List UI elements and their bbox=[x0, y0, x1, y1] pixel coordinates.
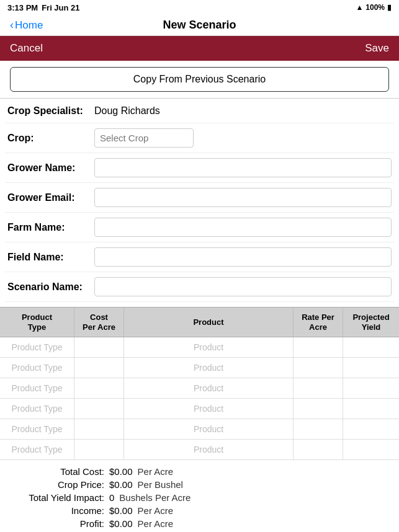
grower-name-row: Grower Name: bbox=[5, 153, 394, 183]
grower-name-label: Grower Name: bbox=[7, 162, 94, 174]
farm-name-input[interactable] bbox=[94, 218, 392, 237]
th-cost-per-acre: CostPer Acre bbox=[74, 308, 124, 337]
wifi-icon: ▲ bbox=[356, 3, 363, 12]
td-yield[interactable] bbox=[343, 358, 399, 378]
td-yield[interactable] bbox=[343, 440, 399, 459]
td-cost[interactable] bbox=[74, 399, 124, 419]
income-unit: Per Acre bbox=[138, 505, 174, 516]
td-rate[interactable] bbox=[294, 440, 343, 459]
back-chevron-icon: ‹ bbox=[10, 19, 14, 32]
total-cost-row: Total Cost: $0.00 Per Acre bbox=[10, 466, 389, 477]
total-yield-unit: Bushels Per Acre bbox=[119, 492, 191, 503]
profit-row: Profit: $0.00 Per Acre bbox=[10, 518, 389, 529]
crop-price-value: $0.00 bbox=[109, 479, 133, 490]
total-yield-value: 0 bbox=[109, 492, 114, 503]
grower-email-label: Grower Email: bbox=[7, 192, 94, 203]
td-rate[interactable] bbox=[294, 337, 343, 357]
th-projected-yield: ProjectedYield bbox=[343, 308, 399, 337]
td-product[interactable]: Product bbox=[124, 440, 294, 459]
td-yield[interactable] bbox=[343, 419, 399, 439]
td-product[interactable]: Product bbox=[124, 358, 294, 378]
grower-name-input[interactable] bbox=[94, 158, 392, 177]
td-product[interactable]: Product bbox=[124, 419, 294, 439]
status-date: Fri Jun 21 bbox=[42, 3, 79, 12]
profit-label: Profit: bbox=[10, 518, 109, 529]
total-yield-label: Total Yield Impact: bbox=[10, 492, 109, 503]
td-product[interactable]: Product bbox=[124, 378, 294, 398]
table-body: Product Type Product Product Type Produc… bbox=[0, 337, 399, 460]
crop-specialist-value: Doug Richards bbox=[94, 105, 160, 117]
back-label: Home bbox=[15, 19, 43, 32]
table-row[interactable]: Product Type Product bbox=[0, 399, 399, 419]
crop-price-unit: Per Bushel bbox=[138, 479, 183, 490]
td-cost[interactable] bbox=[74, 358, 124, 378]
battery-level: 100% bbox=[365, 3, 385, 12]
field-name-input[interactable] bbox=[94, 247, 392, 267]
crop-input[interactable] bbox=[94, 128, 194, 148]
profit-unit: Per Acre bbox=[138, 518, 174, 529]
td-yield[interactable] bbox=[343, 337, 399, 357]
td-cost[interactable] bbox=[74, 440, 124, 459]
income-row: Income: $0.00 Per Acre bbox=[10, 505, 389, 516]
form-section: Crop Specialist: Doug Richards Crop: Gro… bbox=[0, 99, 399, 302]
status-bar: 3:13 PM Fri Jun 21 ▲ 100% ▮ bbox=[0, 0, 399, 15]
td-product[interactable]: Product bbox=[124, 337, 294, 357]
td-rate[interactable] bbox=[294, 419, 343, 439]
farm-name-label: Farm Name: bbox=[7, 222, 94, 233]
scenario-name-input[interactable] bbox=[94, 277, 392, 296]
table-row[interactable]: Product Type Product bbox=[0, 358, 399, 378]
td-yield[interactable] bbox=[343, 399, 399, 419]
field-name-label: Field Name: bbox=[7, 252, 94, 263]
income-label: Income: bbox=[10, 505, 109, 516]
td-product-type[interactable]: Product Type bbox=[0, 358, 74, 378]
products-table: ProductType CostPer Acre Product Rate Pe… bbox=[0, 307, 399, 460]
income-value: $0.00 bbox=[109, 505, 133, 516]
action-bar: Cancel Save bbox=[0, 36, 399, 61]
crop-label: Crop: bbox=[7, 133, 94, 144]
td-cost[interactable] bbox=[74, 419, 124, 439]
total-cost-value: $0.00 bbox=[109, 466, 133, 477]
grower-email-input[interactable] bbox=[94, 188, 392, 207]
table-header: ProductType CostPer Acre Product Rate Pe… bbox=[0, 307, 399, 337]
farm-name-row: Farm Name: bbox=[5, 213, 394, 242]
table-row[interactable]: Product Type Product bbox=[0, 337, 399, 358]
grower-email-row: Grower Email: bbox=[5, 183, 394, 213]
td-product-type[interactable]: Product Type bbox=[0, 440, 74, 459]
crop-price-label: Crop Price: bbox=[10, 479, 109, 490]
cancel-button[interactable]: Cancel bbox=[10, 42, 43, 55]
td-rate[interactable] bbox=[294, 358, 343, 378]
summary-section: Total Cost: $0.00 Per Acre Crop Price: $… bbox=[0, 460, 399, 532]
td-product-type[interactable]: Product Type bbox=[0, 337, 74, 357]
nav-bar: ‹ Home New Scenario bbox=[0, 15, 399, 36]
page-title: New Scenario bbox=[163, 19, 236, 32]
td-yield[interactable] bbox=[343, 378, 399, 398]
td-product-type[interactable]: Product Type bbox=[0, 399, 74, 419]
th-rate-per-acre: Rate PerAcre bbox=[294, 308, 343, 337]
crop-specialist-row: Crop Specialist: Doug Richards bbox=[5, 99, 394, 123]
td-product-type[interactable]: Product Type bbox=[0, 419, 74, 439]
table-row[interactable]: Product Type Product bbox=[0, 419, 399, 440]
battery-icon: ▮ bbox=[387, 3, 392, 12]
td-cost[interactable] bbox=[74, 337, 124, 357]
save-button[interactable]: Save bbox=[365, 42, 389, 55]
back-button[interactable]: ‹ Home bbox=[10, 19, 43, 32]
profit-value: $0.00 bbox=[109, 518, 133, 529]
field-name-row: Field Name: bbox=[5, 242, 394, 272]
td-product-type[interactable]: Product Type bbox=[0, 378, 74, 398]
td-rate[interactable] bbox=[294, 378, 343, 398]
td-cost[interactable] bbox=[74, 378, 124, 398]
td-rate[interactable] bbox=[294, 399, 343, 419]
status-time: 3:13 PM bbox=[7, 3, 38, 12]
th-product-type: ProductType bbox=[0, 308, 74, 337]
copy-button-wrap: Copy From Previous Scenario bbox=[0, 61, 399, 99]
total-yield-row: Total Yield Impact: 0 Bushels Per Acre bbox=[10, 492, 389, 503]
table-row[interactable]: Product Type Product bbox=[0, 440, 399, 460]
th-product: Product bbox=[124, 308, 294, 337]
total-cost-unit: Per Acre bbox=[138, 466, 174, 477]
td-product[interactable]: Product bbox=[124, 399, 294, 419]
total-cost-label: Total Cost: bbox=[10, 466, 109, 477]
table-row[interactable]: Product Type Product bbox=[0, 378, 399, 399]
crop-row: Crop: bbox=[5, 123, 394, 153]
scenario-name-label: Scenario Name: bbox=[7, 282, 94, 293]
copy-from-previous-button[interactable]: Copy From Previous Scenario bbox=[10, 67, 389, 92]
